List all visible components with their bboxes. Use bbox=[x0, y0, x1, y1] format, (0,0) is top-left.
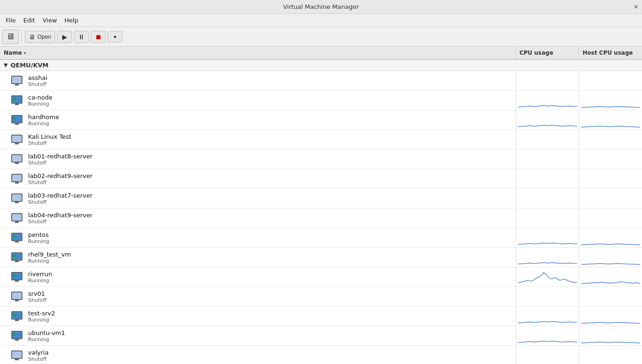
vm-name: lab03-redhat7-server bbox=[28, 192, 512, 199]
vm-status: Shutoff bbox=[28, 356, 512, 362]
open-button[interactable]: 🖥 Open bbox=[25, 31, 55, 43]
cpu-usage-cell bbox=[516, 169, 579, 188]
vm-info-cell: ubuntu-vm1Running bbox=[0, 328, 516, 344]
menu-file[interactable]: File bbox=[2, 15, 20, 26]
col-header-name[interactable]: Name ▾ bbox=[0, 47, 516, 59]
play-icon: ▶ bbox=[62, 33, 67, 41]
host-cpu-usage-cell bbox=[579, 130, 642, 149]
running-vm-icon bbox=[11, 115, 24, 125]
host-cpu-usage-cell bbox=[579, 326, 642, 345]
vm-status: Running bbox=[28, 258, 512, 264]
shutoff-vm-icon bbox=[11, 193, 24, 204]
table-row[interactable]: test-srv2Running bbox=[0, 307, 642, 326]
vm-status: Shutoff bbox=[28, 160, 512, 166]
group-header[interactable]: ▼ QEMU/KVM bbox=[0, 60, 642, 71]
vm-info-cell: valyriaShutoff bbox=[0, 347, 516, 364]
toolbar-separator-1 bbox=[22, 31, 22, 43]
cpu-usage-cell bbox=[516, 228, 579, 247]
vm-text: lab04-redhat9-serverShutoff bbox=[28, 212, 512, 225]
vm-text: Kali Linux TestShutoff bbox=[28, 133, 512, 146]
group-name: QEMU/KVM bbox=[10, 62, 48, 69]
menu-bar: File Edit View Help bbox=[0, 14, 642, 27]
vm-text: lab03-redhat7-serverShutoff bbox=[28, 192, 512, 205]
vm-status: Running bbox=[28, 101, 512, 107]
host-cpu-usage-cell bbox=[579, 150, 642, 169]
cpu-usage-cell bbox=[516, 110, 579, 129]
title-bar: Virtual Machine Manager × bbox=[0, 0, 642, 14]
shutoff-vm-icon bbox=[11, 76, 24, 86]
table-row[interactable]: hardhomeRunning bbox=[0, 110, 642, 130]
vm-name: rhel9_test_vm bbox=[28, 251, 512, 258]
host-cpu-usage-cell bbox=[579, 346, 642, 364]
shutoff-vm-icon bbox=[11, 135, 24, 145]
cpu-usage-cell bbox=[516, 71, 579, 90]
col-header-host-cpu[interactable]: Host CPU usage bbox=[579, 47, 642, 59]
toolbar: 🖥 🖥 Open ▶ ⏸ ⏹ ▾ bbox=[0, 27, 642, 47]
vm-info-cell: rhel9_test_vmRunning bbox=[0, 249, 516, 266]
table-row[interactable]: valyriaShutoff bbox=[0, 346, 642, 364]
vm-info-cell: Kali Linux TestShutoff bbox=[0, 131, 516, 148]
table-row[interactable]: ubuntu-vm1Running bbox=[0, 326, 642, 346]
vm-status: Shutoff bbox=[28, 297, 512, 303]
host-cpu-usage-cell bbox=[579, 169, 642, 188]
vm-text: riverrunRunning bbox=[28, 271, 512, 284]
cpu-usage-cell bbox=[516, 208, 579, 228]
close-button[interactable]: × bbox=[634, 3, 638, 11]
table-row[interactable]: asshaiShutoff bbox=[0, 71, 642, 91]
vm-name: valyria bbox=[28, 349, 512, 356]
table-row[interactable]: lab02-redhat9-serverShutoff bbox=[0, 169, 642, 189]
vm-name: test-srv2 bbox=[28, 310, 512, 317]
host-cpu-usage-cell bbox=[579, 267, 642, 286]
vm-status: Shutoff bbox=[28, 81, 512, 87]
new-vm-button[interactable]: 🖥 bbox=[2, 29, 19, 44]
open-icon: 🖥 bbox=[29, 33, 36, 41]
vm-status: Shutoff bbox=[28, 179, 512, 186]
menu-edit[interactable]: Edit bbox=[20, 15, 39, 26]
play-button[interactable]: ▶ bbox=[57, 31, 72, 43]
col-header-cpu[interactable]: CPU usage bbox=[516, 47, 579, 59]
cpu-usage-cell bbox=[516, 346, 579, 364]
host-cpu-usage-cell bbox=[579, 307, 642, 326]
table-row[interactable]: riverrunRunning bbox=[0, 267, 642, 287]
cpu-usage-cell bbox=[516, 326, 579, 345]
table-row[interactable]: lab04-redhat9-serverShutoff bbox=[0, 208, 642, 228]
new-vm-icon: 🖥 bbox=[6, 32, 14, 42]
stop-icon: ⏹ bbox=[95, 33, 101, 41]
table-row[interactable]: lab01-redhat8-serverShutoff bbox=[0, 150, 642, 169]
table-row[interactable]: Kali Linux TestShutoff bbox=[0, 130, 642, 150]
vm-status: Shutoff bbox=[28, 140, 512, 146]
vm-status: Shutoff bbox=[28, 219, 512, 225]
host-cpu-usage-cell bbox=[579, 189, 642, 208]
pause-button[interactable]: ⏸ bbox=[74, 31, 89, 43]
vm-text: test-srv2Running bbox=[28, 310, 512, 323]
window-title: Virtual Machine Manager bbox=[283, 3, 359, 10]
table-row[interactable]: ca-nodeRunning bbox=[0, 91, 642, 110]
vm-name: pentos bbox=[28, 231, 512, 238]
group-arrow: ▼ bbox=[4, 62, 7, 68]
vm-text: srv01Shutoff bbox=[28, 290, 512, 303]
more-actions-button[interactable]: ▾ bbox=[108, 31, 123, 43]
shutoff-vm-icon bbox=[11, 292, 24, 302]
vm-status: Running bbox=[28, 238, 512, 244]
menu-help[interactable]: Help bbox=[61, 15, 82, 26]
vm-status: Running bbox=[28, 278, 512, 284]
table-row[interactable]: srv01Shutoff bbox=[0, 287, 642, 307]
menu-view[interactable]: View bbox=[39, 15, 61, 26]
stop-button[interactable]: ⏹ bbox=[91, 31, 106, 43]
vm-info-cell: asshaiShutoff bbox=[0, 72, 516, 89]
cpu-usage-cell bbox=[516, 91, 579, 110]
pause-icon: ⏸ bbox=[78, 33, 85, 41]
host-cpu-usage-cell bbox=[579, 287, 642, 306]
table-row[interactable]: pentosRunning bbox=[0, 228, 642, 248]
vm-info-cell: hardhomeRunning bbox=[0, 112, 516, 128]
cpu-usage-cell bbox=[516, 287, 579, 306]
vm-text: lab02-redhat9-serverShutoff bbox=[28, 172, 512, 186]
shutoff-vm-icon bbox=[11, 154, 24, 164]
host-cpu-usage-cell bbox=[579, 208, 642, 228]
running-vm-icon bbox=[11, 331, 24, 341]
table-row[interactable]: rhel9_test_vmRunning bbox=[0, 248, 642, 267]
table-row[interactable]: lab03-redhat7-serverShutoff bbox=[0, 189, 642, 208]
shutoff-vm-icon bbox=[11, 213, 24, 223]
vm-name: asshai bbox=[28, 74, 512, 81]
vm-name: hardhome bbox=[28, 114, 512, 121]
